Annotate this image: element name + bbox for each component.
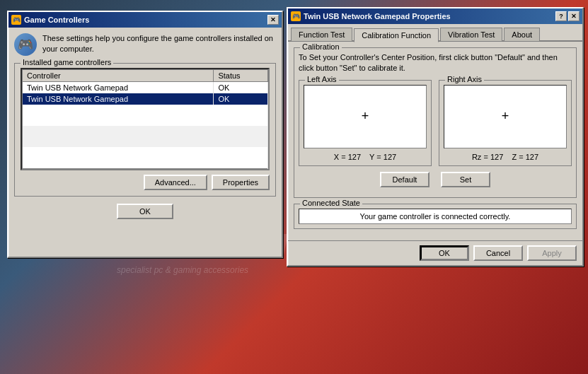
properties-title-buttons: ? ✕ bbox=[555, 11, 580, 21]
tab-vibration-test[interactable]: Vibration Test bbox=[440, 28, 502, 41]
dialog-apply-button[interactable]: Apply bbox=[527, 245, 577, 261]
bottom-button-row: Advanced... Properties bbox=[21, 175, 270, 190]
properties-titlebar: 🎮 Twin USB Network Gamepad Properties ? … bbox=[288, 8, 582, 24]
table-row-empty bbox=[23, 147, 268, 168]
axes-row: Left Axis + X = 127 Y = 127 Right Axis bbox=[299, 80, 572, 166]
group-label: Installed game controllers bbox=[21, 58, 113, 66]
default-button[interactable]: Default bbox=[380, 172, 430, 187]
connected-group-label: Connected State bbox=[300, 199, 362, 207]
dialog-ok-button[interactable]: OK bbox=[420, 245, 469, 261]
game-controllers-title: Game Controllers bbox=[24, 16, 89, 24]
advanced-button[interactable]: Advanced... bbox=[144, 175, 207, 190]
calibration-tab-content: Calibration To Set your Controller's Cen… bbox=[288, 42, 582, 240]
calibration-description: To Set your Controller's Center Position… bbox=[299, 52, 572, 74]
tab-about[interactable]: About bbox=[504, 28, 540, 41]
ok-button[interactable]: OK bbox=[117, 204, 173, 219]
left-y-label: Y = bbox=[369, 153, 381, 161]
calibration-group: Calibration To Set your Controller's Cen… bbox=[294, 47, 577, 198]
title-bar-left: 🎮 Game Controllers bbox=[11, 15, 89, 25]
left-y-value: 127 bbox=[384, 153, 396, 161]
right-axis-values: Rz = 127 Z = 127 bbox=[444, 153, 567, 161]
table-row-empty bbox=[23, 126, 268, 147]
left-axis-group: Left Axis + X = 127 Y = 127 bbox=[299, 80, 432, 166]
close-button[interactable]: ✕ bbox=[568, 11, 580, 21]
connected-state-group: Connected State Your game controller is … bbox=[294, 204, 577, 229]
table-row-empty bbox=[23, 105, 268, 126]
left-x-value: 127 bbox=[348, 153, 361, 161]
calibration-group-label: Calibration bbox=[300, 42, 342, 51]
right-z-value: 127 bbox=[526, 153, 538, 161]
calibration-buttons: Default Set bbox=[299, 172, 572, 187]
tab-calibration-function[interactable]: Calibration Function bbox=[354, 28, 439, 42]
controller-table-wrapper: Controller Status Twin USB Network Gamep… bbox=[21, 68, 270, 170]
game-controllers-titlebar: 🎮 Game Controllers ✕ bbox=[8, 12, 282, 28]
controller-status: OK bbox=[214, 82, 268, 94]
bg-tagline: specialist pc & gaming accessories bbox=[117, 265, 248, 275]
properties-title: Twin USB Network Gamepad Properties bbox=[304, 12, 451, 21]
left-axis-label: Left Axis bbox=[305, 75, 339, 83]
controller-name: Twin USB Network Gamepad bbox=[23, 82, 214, 94]
installed-controllers-group: Installed game controllers Controller St… bbox=[14, 63, 276, 197]
info-section: 🎮 These settings help you configure the … bbox=[14, 33, 276, 56]
info-icon: 🎮 bbox=[14, 33, 37, 56]
col-header-status: Status bbox=[214, 70, 268, 82]
table-row[interactable]: Twin USB Network Gamepad OK bbox=[23, 82, 268, 94]
connected-message: Your game controller is connected correc… bbox=[299, 209, 572, 224]
help-button[interactable]: ? bbox=[555, 11, 567, 21]
controller-status: OK bbox=[214, 93, 268, 105]
controller-table: Controller Status Twin USB Network Gamep… bbox=[22, 69, 268, 169]
dialog-bottom-buttons: OK Cancel Apply bbox=[288, 240, 582, 265]
properties-button[interactable]: Properties bbox=[212, 175, 270, 190]
tab-bar: Function Test Calibration Function Vibra… bbox=[288, 24, 582, 42]
set-button[interactable]: Set bbox=[441, 172, 490, 187]
properties-dialog: 🎮 Twin USB Network Gamepad Properties ? … bbox=[287, 7, 584, 267]
right-z-label: Z = bbox=[512, 153, 523, 161]
right-rz-label: Rz = bbox=[472, 153, 488, 161]
right-rz-value: 127 bbox=[490, 153, 503, 161]
right-axis-label: Right Axis bbox=[445, 75, 484, 83]
ok-button-container: OK bbox=[14, 204, 276, 219]
table-row[interactable]: Twin USB Network Gamepad OK bbox=[23, 93, 268, 105]
dialog-cancel-button[interactable]: Cancel bbox=[473, 245, 523, 261]
left-axis-crosshair: + bbox=[362, 109, 369, 124]
properties-title-left: 🎮 Twin USB Network Gamepad Properties bbox=[291, 11, 451, 21]
controller-name: Twin USB Network Gamepad bbox=[23, 93, 214, 105]
properties-icon: 🎮 bbox=[291, 11, 301, 21]
col-header-controller: Controller bbox=[23, 70, 214, 82]
right-axis-group: Right Axis + Rz = 127 Z = 127 bbox=[439, 80, 572, 166]
right-axis-display: + bbox=[444, 85, 567, 148]
left-axis-display: + bbox=[304, 85, 427, 148]
left-axis-values: X = 127 Y = 127 bbox=[304, 153, 427, 161]
window-content: 🎮 These settings help you configure the … bbox=[8, 28, 282, 225]
tab-function-test[interactable]: Function Test bbox=[291, 28, 352, 41]
right-axis-crosshair: + bbox=[502, 109, 509, 124]
game-controllers-window: 🎮 Game Controllers ✕ 🎮 These settings he… bbox=[7, 11, 283, 258]
game-controllers-icon: 🎮 bbox=[11, 15, 21, 25]
left-x-label: X = bbox=[334, 153, 346, 161]
title-buttons: ✕ bbox=[267, 15, 279, 25]
close-button[interactable]: ✕ bbox=[267, 15, 279, 25]
info-text: These settings help you configure the ga… bbox=[42, 33, 276, 55]
